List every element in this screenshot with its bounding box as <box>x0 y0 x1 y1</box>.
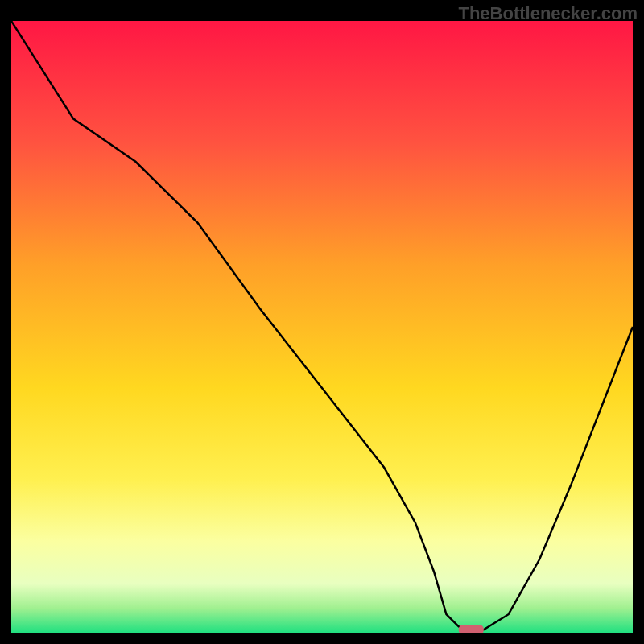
chart-area <box>11 21 633 633</box>
chart-container: TheBottleneсker.com <box>0 0 644 644</box>
watermark-text: TheBottleneсker.com <box>458 3 638 24</box>
optimal-marker <box>459 625 484 633</box>
chart-background <box>11 21 633 633</box>
chart-svg <box>11 21 633 633</box>
